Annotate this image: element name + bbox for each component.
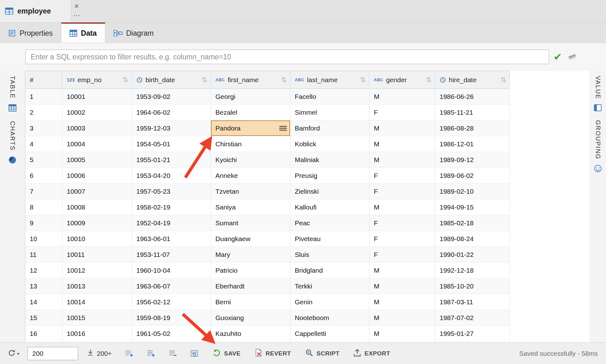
data-cell[interactable]: 1964-06-02	[132, 105, 211, 120]
data-cell[interactable]: 10002	[62, 105, 132, 120]
row-number-cell[interactable]: 14	[25, 294, 62, 310]
data-cell[interactable]: 10003	[62, 120, 132, 136]
data-cell[interactable]: Sluis	[290, 247, 369, 263]
sort-icon[interactable]: ⇅	[281, 76, 287, 84]
column-header-num[interactable]: #	[25, 71, 62, 89]
data-cell[interactable]: F	[369, 184, 435, 199]
revert-button[interactable]: REVERT	[255, 349, 291, 359]
data-cell[interactable]: F	[369, 105, 435, 120]
row-number-cell[interactable]: 6	[25, 168, 62, 184]
data-cell[interactable]: 1953-09-02	[132, 89, 211, 105]
data-cell[interactable]: Cappelletti	[290, 326, 369, 342]
value-panel-icon[interactable]	[594, 104, 602, 111]
data-cell[interactable]: F	[369, 215, 435, 231]
data-cell[interactable]: Bridgland	[290, 263, 369, 278]
rail-tab-value[interactable]: VALUE	[594, 76, 602, 99]
row-number-cell[interactable]: 8	[25, 199, 62, 215]
data-cell[interactable]: 1960-10-04	[132, 263, 211, 278]
sort-icon[interactable]: ⇅	[123, 76, 128, 84]
row-number-cell[interactable]: 11	[25, 247, 62, 263]
data-cell[interactable]: 1959-12-03	[132, 120, 211, 136]
data-cell[interactable]: Kyoichi	[211, 152, 290, 168]
column-header-first_name[interactable]: ABCfirst_name⇅	[211, 71, 290, 89]
data-cell[interactable]: Eberhardt	[211, 278, 290, 294]
data-cell[interactable]: 1992-12-18	[435, 263, 510, 278]
row-number-cell[interactable]: 5	[25, 152, 62, 168]
data-cell[interactable]: M	[369, 326, 435, 342]
sort-icon[interactable]: ⇅	[426, 76, 432, 84]
data-cell[interactable]: Patricio	[211, 263, 290, 278]
data-cell[interactable]: M	[369, 263, 435, 278]
data-cell[interactable]: M	[369, 120, 435, 136]
sql-filter-input[interactable]	[25, 50, 549, 64]
data-cell[interactable]: 10008	[62, 199, 132, 215]
data-cell[interactable]: 1995-01-27	[435, 326, 510, 342]
data-cell[interactable]: 10016	[62, 326, 132, 342]
data-cell[interactable]: 1989-06-02	[435, 168, 510, 184]
data-cell[interactable]: 10011	[62, 247, 132, 263]
data-cell[interactable]: M	[369, 278, 435, 294]
data-cell[interactable]: Guoxiang	[211, 310, 290, 326]
data-cell[interactable]: 10009	[62, 215, 132, 231]
data-cell[interactable]: Chirstian	[211, 136, 290, 152]
data-cell[interactable]: M	[369, 199, 435, 215]
data-cell[interactable]: 10013	[62, 278, 132, 294]
data-cell[interactable]: Tzvetan	[211, 184, 290, 199]
data-cell[interactable]: 1987-07-02	[435, 310, 510, 326]
data-cell[interactable]: 1986-12-01	[435, 136, 510, 152]
row-number-cell[interactable]: 12	[25, 263, 62, 278]
data-cell[interactable]: M	[369, 89, 435, 105]
data-cell[interactable]: Bamford	[290, 120, 369, 136]
data-cell[interactable]: Duangkaew	[211, 231, 290, 247]
data-cell[interactable]: 10010	[62, 231, 132, 247]
data-cell[interactable]: 1994-09-15	[435, 199, 510, 215]
row-number-cell[interactable]: 16	[25, 326, 62, 342]
data-cell[interactable]: Peac	[290, 215, 369, 231]
data-cell[interactable]: 1985-10-20	[435, 278, 510, 294]
data-cell[interactable]: 1985-02-18	[435, 215, 510, 231]
data-cell[interactable]: Zielinski	[290, 184, 369, 199]
data-cell[interactable]: M	[369, 152, 435, 168]
data-cell[interactable]: Mary	[211, 247, 290, 263]
tab-overflow-icon[interactable]: ⋯	[73, 12, 80, 19]
save-button[interactable]: SAVE	[212, 349, 240, 359]
data-cell[interactable]: Kazuhito	[211, 326, 290, 342]
refresh-data-icon[interactable]	[190, 349, 198, 357]
data-cell[interactable]: 1990-01-22	[435, 247, 510, 263]
data-cell[interactable]: 10004	[62, 136, 132, 152]
sort-icon[interactable]: ⇅	[360, 76, 366, 84]
row-number-cell[interactable]: 7	[25, 184, 62, 199]
tab-data[interactable]: Data	[61, 22, 105, 43]
sort-icon[interactable]: ⇅	[501, 76, 506, 84]
close-tab-icon[interactable]: ×	[74, 2, 79, 10]
data-cell[interactable]: 1989-08-24	[435, 231, 510, 247]
data-cell[interactable]: Simmel	[290, 105, 369, 120]
clear-filter-icon[interactable]	[567, 52, 577, 61]
apply-filter-icon[interactable]: ✔	[553, 52, 562, 62]
data-cell[interactable]: Saniya	[211, 199, 290, 215]
row-number-cell[interactable]: 15	[25, 310, 62, 326]
data-cell[interactable]: Sumant	[211, 215, 290, 231]
data-cell[interactable]: Terkki	[290, 278, 369, 294]
column-header-birth_date[interactable]: birth_date⇅	[132, 71, 211, 89]
data-cell[interactable]: 1986-08-28	[435, 120, 510, 136]
add-row-icon[interactable]	[125, 349, 133, 357]
row-number-cell[interactable]: 4	[25, 136, 62, 152]
data-cell[interactable]: 1953-04-20	[132, 168, 211, 184]
grouping-panel-icon[interactable]	[594, 165, 602, 173]
data-cell[interactable]: Genin	[290, 294, 369, 310]
data-cell[interactable]: 1987-03-11	[435, 294, 510, 310]
row-number-cell[interactable]: 9	[25, 215, 62, 231]
data-cell[interactable]: 10006	[62, 168, 132, 184]
data-cell[interactable]: Nooteboom	[290, 310, 369, 326]
data-cell[interactable]: Anneke	[211, 168, 290, 184]
rail-tab-table[interactable]: TABLE	[9, 76, 16, 99]
data-cell[interactable]: Koblick	[290, 136, 369, 152]
column-header-emp_no[interactable]: 123emp_no⇅	[62, 71, 132, 89]
data-cell[interactable]: 1956-02-12	[132, 294, 211, 310]
fetch-size-input[interactable]	[28, 347, 78, 360]
data-cell[interactable]: 1963-06-07	[132, 278, 211, 294]
data-cell[interactable]: 1954-05-01	[132, 136, 211, 152]
data-cell[interactable]: 10005	[62, 152, 132, 168]
export-button[interactable]: EXPORT	[353, 349, 390, 359]
